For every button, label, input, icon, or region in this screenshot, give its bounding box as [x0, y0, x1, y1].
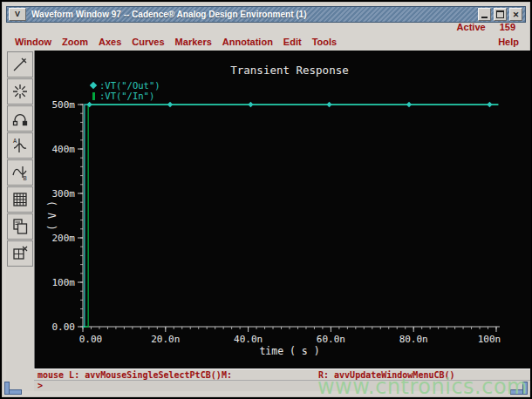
y-tick-label: 200m [52, 233, 76, 244]
copy-icon [11, 218, 29, 235]
marker-a-button[interactable]: A [7, 132, 33, 159]
series-marker [167, 102, 173, 107]
minimize-icon [481, 17, 488, 18]
arc-probe-button[interactable] [7, 105, 33, 132]
active-label: Active [457, 22, 486, 32]
series-marker [248, 102, 253, 107]
vbar-marker-icon [92, 92, 95, 100]
mouse-left-binding: mouse L: avvMouseSingleSelectPtCB() [38, 370, 222, 380]
waveform-window: V Waveform Window 97 -- Cadence® Analog … [0, 0, 532, 399]
y-tick-label: 0.00 [52, 321, 76, 333]
cut-window-icon [11, 245, 29, 262]
legend-label-in: VT("/In") [105, 91, 154, 101]
close-button[interactable]: ✕ [509, 8, 522, 21]
menu-window[interactable]: Window [15, 37, 51, 47]
cut-window-button[interactable] [7, 240, 33, 267]
menu-annotation[interactable]: Annotation [222, 37, 273, 47]
x-tick-label: 80.0n [399, 334, 428, 345]
marker-a-icon: A [11, 137, 29, 154]
x-tick-label: 20.0n [151, 334, 180, 345]
y-tick-label: 400m [52, 144, 76, 155]
plot-title: Transient Response [230, 64, 348, 77]
calculator-icon [11, 191, 29, 208]
x-tick-label: 40.0n [234, 334, 263, 345]
arc-probe-icon [11, 110, 29, 127]
zoom-fit-button[interactable] [7, 78, 33, 105]
x-axis-label: time ( s ) [259, 345, 319, 357]
series-line [83, 105, 498, 327]
pen-icon [11, 56, 29, 73]
resize-grip-bottom-left[interactable] [4, 382, 22, 395]
x-tick-label: 0.00 [79, 334, 103, 345]
close-icon: ✕ [513, 10, 520, 19]
y-tick-label: 300m [52, 188, 76, 200]
legend-item-out[interactable]: : VT("/Out") [91, 80, 160, 91]
series-marker [406, 102, 412, 107]
pen-tool-button[interactable] [7, 51, 33, 78]
menu-tools[interactable]: Tools [312, 37, 338, 47]
y-axis-label: ( V ) [46, 200, 58, 231]
asterisk-zoom-icon [11, 83, 29, 100]
calculator-button[interactable] [7, 186, 33, 213]
mouse-middle-binding: M: [222, 370, 232, 380]
menu-axes[interactable]: Axes [99, 37, 121, 47]
marker-b-icon: B [11, 164, 29, 181]
active-count: 159 [500, 22, 515, 32]
window-frame: V Waveform Window 97 -- Cadence® Analog … [2, 2, 530, 397]
series-marker [86, 102, 92, 107]
plot-canvas[interactable]: 0.0020.0n40.0n60.0n80.0n100n0.00100m200m… [34, 51, 531, 369]
y-tick-label: 500m [52, 99, 76, 111]
legend-item-in[interactable]: : VT("/In") [91, 91, 160, 101]
grip-bar [522, 382, 528, 395]
legend-label-out: VT("/Out") [105, 80, 160, 91]
mouse-bindings-bar: mouse L: avvMouseSingleSelectPtCB() M: R… [34, 369, 530, 381]
series-line [83, 105, 498, 327]
window-title: Waveform Window 97 -- Cadence® Analog De… [26, 10, 478, 19]
maximize-icon [496, 10, 504, 18]
x-tick-label: 100n [478, 334, 501, 345]
copy-results-button[interactable] [7, 213, 33, 240]
prompt-symbol: > [38, 381, 43, 390]
window-menu-button[interactable]: V [9, 8, 26, 21]
menubar: Window Zoom Axes Curves Markers Annotati… [6, 33, 526, 51]
series-marker [487, 102, 492, 107]
menu-help[interactable]: Help [498, 37, 526, 47]
x-tick-label: 60.0n [317, 334, 345, 345]
command-prompt[interactable]: > [34, 380, 530, 391]
minimize-button[interactable] [478, 8, 491, 21]
svg-text:A: A [13, 138, 17, 145]
active-status-row: Active 159 [6, 21, 526, 33]
y-tick-label: 100m [52, 277, 76, 288]
diamond-marker-icon [90, 82, 97, 89]
plot-legend: : VT("/Out") : VT("/In") [91, 80, 160, 101]
mouse-right-binding: R: avvUpdateWindowMenuCB() [318, 370, 455, 380]
resize-grip-bottom-right[interactable] [510, 382, 528, 395]
maximize-button[interactable] [494, 8, 507, 21]
series-marker [326, 102, 331, 107]
left-toolbar: A B [6, 51, 35, 391]
menu-zoom[interactable]: Zoom [62, 37, 88, 47]
menu-curves[interactable]: Curves [132, 37, 164, 47]
menu-markers[interactable]: Markers [175, 37, 212, 47]
menu-edit[interactable]: Edit [283, 37, 302, 47]
grip-bar [4, 382, 10, 395]
svg-text:B: B [24, 175, 27, 181]
marker-b-button[interactable]: B [7, 159, 33, 186]
